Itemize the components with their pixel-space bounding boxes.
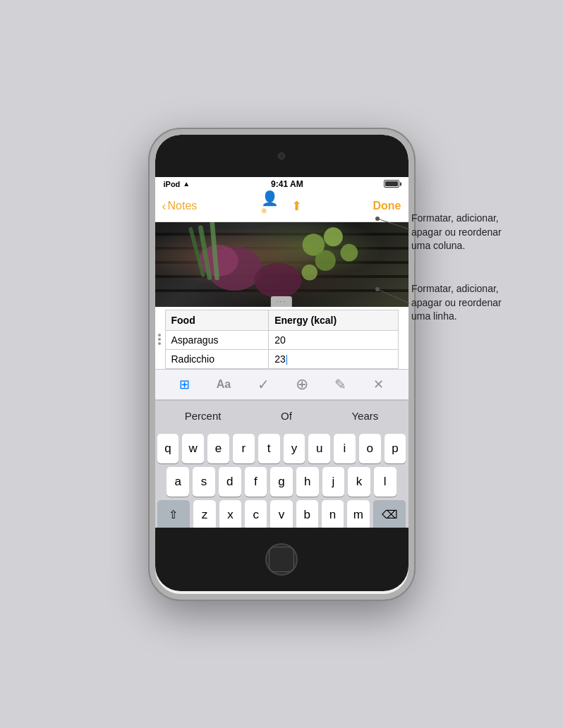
key-i[interactable]: i	[334, 434, 356, 463]
cell-energy-1[interactable]: 20	[269, 330, 398, 349]
cell-food-2[interactable]: Radicchio	[165, 349, 269, 368]
time-label: 9:41 AM	[271, 179, 303, 189]
nav-bar: ‹ Notes 👤⊕ ⬆ Done	[155, 191, 408, 222]
key-b[interactable]: b	[296, 500, 318, 528]
key-row-3: ⇧ z x c v b n m ⌫	[157, 500, 406, 528]
key-u[interactable]: u	[308, 434, 330, 463]
back-label: Notes	[168, 200, 198, 212]
table-row: Asparagus 20	[165, 330, 398, 349]
add-person-icon[interactable]: 👤⊕	[261, 190, 279, 223]
key-f[interactable]: f	[245, 467, 267, 497]
key-t[interactable]: t	[258, 434, 280, 463]
formatting-toolbar: ⊞ Aa ✓ ⊕ ✎ ✕	[155, 369, 408, 400]
bottom-bezel	[155, 528, 408, 591]
key-q[interactable]: q	[157, 434, 179, 463]
key-c[interactable]: c	[245, 500, 267, 528]
home-button[interactable]	[265, 543, 298, 576]
suggestion-0[interactable]: Percent	[171, 406, 236, 426]
carrier-label: iPod	[164, 180, 181, 188]
screen: iPod ▲ 9:41 AM ‹ Notes 👤⊕ ⬆	[155, 177, 408, 528]
battery-fill	[385, 181, 398, 186]
status-bar: iPod ▲ 9:41 AM	[155, 177, 408, 191]
table-row: Radicchio 23	[165, 349, 398, 368]
key-row-2: a s d f g h j k l	[157, 467, 406, 497]
keyboard: q w e r t y u i o p a s d f g	[155, 431, 408, 528]
column-annotation: Formatar, adicionar,apagar ou reordenaru…	[411, 212, 552, 253]
row-drag-handle[interactable]	[158, 334, 161, 345]
key-p[interactable]: p	[385, 434, 406, 463]
food-svg	[155, 222, 408, 307]
text-format-icon[interactable]: Aa	[217, 378, 231, 391]
pen-icon[interactable]: ✎	[334, 376, 346, 393]
svg-point-9	[301, 265, 317, 280]
data-table: Food Energy (kcal) Asparagus 20 Radicchi…	[165, 310, 399, 369]
cell-food-1[interactable]: Asparagus	[165, 330, 269, 349]
suggestions-bar: Percent Of Years	[155, 400, 408, 431]
svg-point-7	[315, 250, 335, 270]
shift-key[interactable]: ⇧	[157, 500, 190, 528]
backspace-key[interactable]: ⌫	[373, 500, 406, 528]
table-icon[interactable]: ⊞	[179, 377, 190, 392]
key-v[interactable]: v	[270, 500, 292, 528]
key-j[interactable]: j	[322, 467, 345, 497]
key-k[interactable]: k	[348, 467, 370, 497]
key-s[interactable]: s	[193, 467, 215, 497]
key-r[interactable]: r	[233, 434, 255, 463]
top-bezel	[155, 135, 408, 177]
key-o[interactable]: o	[359, 434, 381, 463]
key-d[interactable]: d	[219, 467, 241, 497]
battery-icon	[384, 180, 399, 188]
svg-point-8	[340, 243, 358, 261]
done-button[interactable]: Done	[302, 200, 401, 212]
key-e[interactable]: e	[207, 434, 229, 463]
wifi-icon: ▲	[183, 180, 190, 188]
share-icon[interactable]: ⬆	[291, 198, 302, 214]
key-n[interactable]: n	[322, 500, 344, 528]
key-a[interactable]: a	[167, 467, 189, 497]
chevron-left-icon: ‹	[162, 199, 167, 214]
close-icon[interactable]: ✕	[373, 377, 384, 392]
cell-energy-2[interactable]: 23	[269, 349, 398, 368]
status-left: iPod ▲	[164, 180, 190, 188]
home-button-inner	[269, 547, 294, 572]
key-x[interactable]: x	[219, 500, 241, 528]
row-annotation: Formatar, adicionar,apagar ou reordenaru…	[411, 282, 552, 324]
key-l[interactable]: l	[374, 467, 396, 497]
add-icon[interactable]: ⊕	[296, 375, 308, 394]
check-icon[interactable]: ✓	[258, 376, 270, 393]
table-container: Food Energy (kcal) Asparagus 20 Radicchi…	[155, 310, 408, 369]
key-g[interactable]: g	[270, 467, 293, 497]
camera	[278, 152, 285, 159]
status-right	[384, 180, 399, 188]
text-cursor	[286, 355, 288, 365]
suggestion-1[interactable]: Of	[267, 406, 306, 426]
suggestion-2[interactable]: Years	[337, 406, 392, 426]
key-h[interactable]: h	[296, 467, 319, 497]
scene: iPod ▲ 9:41 AM ‹ Notes 👤⊕ ⬆	[0, 0, 563, 728]
nav-center: 👤⊕ ⬆	[261, 190, 302, 223]
svg-point-10	[254, 262, 301, 297]
key-m[interactable]: m	[347, 500, 369, 528]
key-row-1: q w e r t y u i o p	[157, 434, 406, 463]
key-z[interactable]: z	[193, 500, 215, 528]
col-header-energy: Energy (kcal)	[269, 310, 398, 330]
svg-point-6	[323, 227, 342, 246]
food-image: ···	[155, 222, 408, 307]
key-w[interactable]: w	[182, 434, 204, 463]
column-handle[interactable]: ···	[271, 296, 292, 307]
device: iPod ▲ 9:41 AM ‹ Notes 👤⊕ ⬆	[150, 129, 414, 600]
back-button[interactable]: ‹ Notes	[162, 199, 262, 214]
col-header-food: Food	[165, 310, 269, 330]
key-y[interactable]: y	[284, 434, 305, 463]
